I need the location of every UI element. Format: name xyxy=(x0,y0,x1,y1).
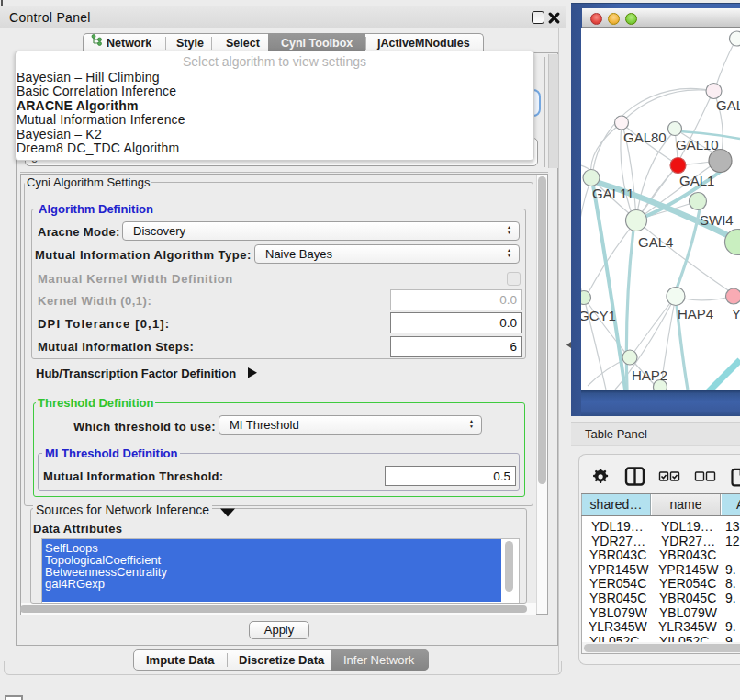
svg-text:GAL10: GAL10 xyxy=(676,137,719,152)
svg-text:GAL4: GAL4 xyxy=(638,234,673,250)
svg-text:GAL80: GAL80 xyxy=(623,130,667,145)
svg-text:GAL11: GAL11 xyxy=(592,186,634,201)
svg-text:HAP4: HAP4 xyxy=(678,306,713,322)
svg-text:GAL: GAL xyxy=(716,97,740,113)
svg-text:HAP2: HAP2 xyxy=(632,367,667,383)
svg-text:GCY1: GCY1 xyxy=(581,308,616,323)
svg-text:Y: Y xyxy=(732,306,740,322)
svg-text:GAL1: GAL1 xyxy=(679,173,714,188)
svg-text:SWI4: SWI4 xyxy=(700,212,734,228)
